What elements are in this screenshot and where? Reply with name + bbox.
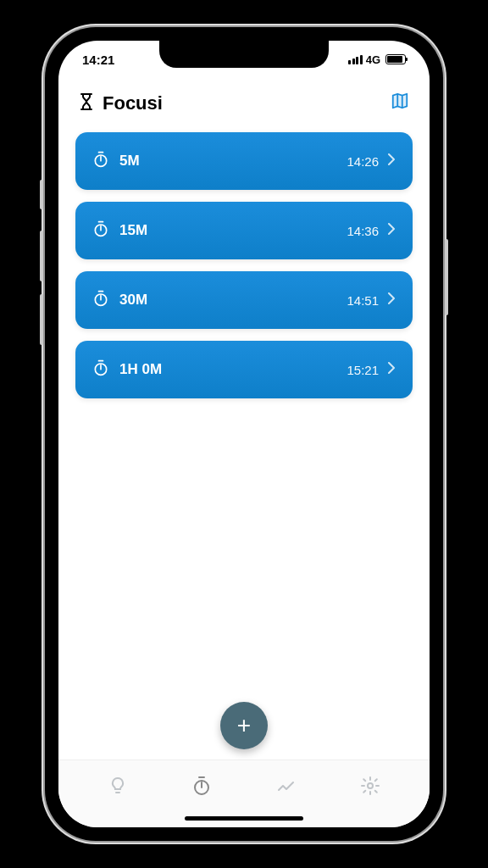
status-time: 14:21 <box>82 53 114 67</box>
timer-end-time: 14:51 <box>347 293 379 308</box>
timer-card[interactable]: 5M 14:26 <box>75 132 413 190</box>
chevron-right-icon <box>387 153 396 170</box>
tab-ideas[interactable] <box>101 772 135 799</box>
timer-card[interactable]: 30M 14:51 <box>75 271 413 329</box>
volume-up <box>40 231 43 281</box>
tab-settings[interactable] <box>353 772 387 799</box>
timer-list: 5M 14:26 15M 14:36 <box>58 132 430 398</box>
phone-frame: 14:21 4G Focusi <box>45 27 443 841</box>
stopwatch-icon <box>92 151 109 171</box>
add-timer-button[interactable]: + <box>220 702 268 749</box>
stopwatch-icon <box>92 290 109 310</box>
svg-point-5 <box>368 783 373 788</box>
chevron-right-icon <box>387 292 396 309</box>
status-right: 4G <box>348 53 406 66</box>
screen: 14:21 4G Focusi <box>58 41 430 827</box>
timer-end-time: 14:36 <box>347 224 379 238</box>
signal-icon <box>348 55 363 64</box>
tab-stats[interactable] <box>269 772 303 799</box>
app-title: Focusi <box>103 92 163 114</box>
chevron-right-icon <box>387 361 396 378</box>
header-left: Focusi <box>79 92 163 115</box>
timer-end-time: 15:21 <box>347 363 379 377</box>
hourglass-icon <box>79 92 94 115</box>
battery-icon <box>385 54 406 64</box>
timer-duration: 5M <box>119 153 140 170</box>
volume-down <box>40 294 43 345</box>
timer-end-time: 14:26 <box>347 154 379 169</box>
timer-duration: 30M <box>119 292 147 309</box>
tab-timers[interactable] <box>185 772 219 799</box>
timer-duration: 1H 0M <box>119 361 162 378</box>
timer-card[interactable]: 1H 0M 15:21 <box>75 341 413 398</box>
stopwatch-icon <box>92 220 109 241</box>
home-indicator[interactable] <box>185 816 303 821</box>
network-label: 4G <box>366 53 380 66</box>
timer-card[interactable]: 15M 14:36 <box>75 202 413 259</box>
map-icon[interactable] <box>391 92 409 115</box>
silence-switch <box>40 180 43 209</box>
stopwatch-icon <box>92 359 109 380</box>
plus-icon: + <box>237 712 251 739</box>
notch <box>159 41 329 68</box>
app-header: Focusi <box>58 78 430 132</box>
timer-duration: 15M <box>119 222 147 239</box>
power-button <box>445 239 448 315</box>
chevron-right-icon <box>387 222 396 239</box>
